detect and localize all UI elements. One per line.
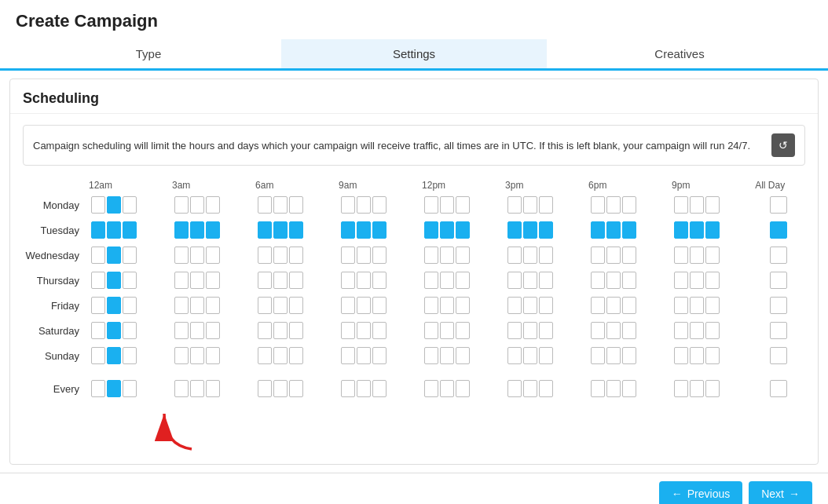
- time-cell-7-6-1[interactable]: [606, 380, 621, 397]
- time-cell-1-0-0[interactable]: [91, 221, 105, 239]
- all-day-cell-6[interactable]: [770, 347, 787, 364]
- time-cell-4-7-1[interactable]: [690, 297, 704, 314]
- time-cell-6-2-2[interactable]: [289, 347, 303, 364]
- time-cell-7-7-2[interactable]: [705, 380, 720, 397]
- time-cell-4-3-0[interactable]: [341, 297, 355, 314]
- time-cell-3-3-1[interactable]: [357, 272, 371, 289]
- time-cell-1-1-2[interactable]: [206, 221, 220, 239]
- next-button[interactable]: Next →: [749, 481, 812, 504]
- time-cell-0-5-2[interactable]: [539, 196, 553, 214]
- time-cell-0-3-1[interactable]: [357, 196, 371, 214]
- time-cell-1-3-1[interactable]: [357, 221, 371, 239]
- all-day-cell-2[interactable]: [770, 247, 787, 264]
- time-cell-5-6-1[interactable]: [606, 322, 621, 339]
- all-day-cell-0[interactable]: [770, 196, 787, 214]
- time-cell-5-4-2[interactable]: [456, 322, 470, 339]
- time-cell-2-2-0[interactable]: [258, 247, 272, 264]
- time-cell-6-2-0[interactable]: [258, 347, 272, 364]
- time-cell-3-3-0[interactable]: [341, 272, 355, 289]
- time-cell-6-2-1[interactable]: [273, 347, 288, 364]
- time-cell-0-2-0[interactable]: [258, 196, 272, 214]
- time-cell-6-6-1[interactable]: [606, 347, 621, 364]
- all-day-cell-1[interactable]: [770, 221, 787, 239]
- time-cell-2-5-1[interactable]: [523, 247, 537, 264]
- time-cell-7-4-0[interactable]: [424, 380, 438, 397]
- time-cell-3-0-1[interactable]: [107, 272, 121, 289]
- time-cell-4-1-0[interactable]: [174, 297, 189, 314]
- time-cell-1-7-2[interactable]: [705, 221, 720, 239]
- time-cell-5-1-2[interactable]: [206, 322, 220, 339]
- time-cell-0-1-2[interactable]: [206, 196, 220, 214]
- time-cell-7-0-0[interactable]: [91, 380, 105, 397]
- time-cell-6-5-2[interactable]: [539, 347, 553, 364]
- time-cell-2-1-0[interactable]: [174, 247, 189, 264]
- time-cell-6-0-2[interactable]: [123, 347, 137, 364]
- time-cell-0-5-1[interactable]: [523, 196, 537, 214]
- time-cell-0-7-2[interactable]: [705, 196, 720, 214]
- time-cell-0-4-2[interactable]: [456, 196, 470, 214]
- time-cell-2-3-2[interactable]: [372, 247, 387, 264]
- time-cell-1-0-2[interactable]: [123, 221, 137, 239]
- time-cell-7-4-2[interactable]: [456, 380, 470, 397]
- time-cell-2-3-1[interactable]: [357, 247, 371, 264]
- time-cell-2-7-1[interactable]: [690, 247, 704, 264]
- time-cell-2-0-0[interactable]: [91, 247, 105, 264]
- time-cell-1-7-1[interactable]: [690, 221, 704, 239]
- time-cell-2-6-0[interactable]: [591, 247, 605, 264]
- time-cell-2-7-2[interactable]: [705, 247, 720, 264]
- time-cell-0-5-0[interactable]: [507, 196, 522, 214]
- time-cell-1-1-0[interactable]: [174, 221, 189, 239]
- time-cell-4-0-1[interactable]: [107, 297, 121, 314]
- time-cell-0-2-2[interactable]: [289, 196, 303, 214]
- time-cell-5-0-1[interactable]: [107, 322, 121, 339]
- time-cell-1-7-0[interactable]: [674, 221, 688, 239]
- time-cell-7-4-1[interactable]: [440, 380, 454, 397]
- time-cell-4-7-0[interactable]: [674, 297, 688, 314]
- time-cell-5-4-1[interactable]: [440, 322, 454, 339]
- time-cell-0-7-1[interactable]: [690, 196, 704, 214]
- time-cell-7-5-1[interactable]: [523, 380, 537, 397]
- time-cell-4-4-2[interactable]: [456, 297, 470, 314]
- time-cell-4-1-2[interactable]: [206, 297, 220, 314]
- time-cell-2-6-1[interactable]: [606, 247, 621, 264]
- time-cell-1-0-1[interactable]: [107, 221, 121, 239]
- time-cell-1-5-1[interactable]: [523, 221, 537, 239]
- time-cell-2-1-1[interactable]: [190, 247, 204, 264]
- time-cell-0-0-2[interactable]: [123, 196, 137, 214]
- time-cell-0-0-1[interactable]: [107, 196, 121, 214]
- time-cell-6-5-0[interactable]: [507, 347, 522, 364]
- time-cell-2-4-2[interactable]: [456, 247, 470, 264]
- time-cell-1-2-1[interactable]: [273, 221, 288, 239]
- time-cell-3-5-0[interactable]: [507, 272, 522, 289]
- time-cell-1-5-0[interactable]: [507, 221, 522, 239]
- time-cell-7-5-0[interactable]: [507, 380, 522, 397]
- time-cell-6-7-1[interactable]: [690, 347, 704, 364]
- time-cell-0-6-2[interactable]: [622, 196, 636, 214]
- time-cell-3-2-2[interactable]: [289, 272, 303, 289]
- time-cell-1-6-1[interactable]: [606, 221, 621, 239]
- time-cell-2-3-0[interactable]: [341, 247, 355, 264]
- time-cell-1-4-0[interactable]: [424, 221, 438, 239]
- time-cell-1-4-2[interactable]: [456, 221, 470, 239]
- time-cell-5-5-2[interactable]: [539, 322, 553, 339]
- time-cell-6-0-0[interactable]: [91, 347, 105, 364]
- time-cell-2-0-1[interactable]: [107, 247, 121, 264]
- time-cell-3-6-0[interactable]: [591, 272, 605, 289]
- time-cell-0-1-0[interactable]: [174, 196, 189, 214]
- tab-creatives[interactable]: Creatives: [547, 39, 812, 68]
- time-cell-7-3-2[interactable]: [372, 380, 387, 397]
- time-cell-2-2-2[interactable]: [289, 247, 303, 264]
- time-cell-7-2-1[interactable]: [273, 380, 288, 397]
- time-cell-5-2-2[interactable]: [289, 322, 303, 339]
- time-cell-7-5-2[interactable]: [539, 380, 553, 397]
- time-cell-7-2-0[interactable]: [258, 380, 272, 397]
- all-day-cell-5[interactable]: [770, 322, 787, 339]
- time-cell-4-4-0[interactable]: [424, 297, 438, 314]
- time-cell-4-2-2[interactable]: [289, 297, 303, 314]
- time-cell-3-3-2[interactable]: [372, 272, 387, 289]
- time-cell-3-4-2[interactable]: [456, 272, 470, 289]
- time-cell-4-2-0[interactable]: [258, 297, 272, 314]
- time-cell-3-4-0[interactable]: [424, 272, 438, 289]
- time-cell-5-6-2[interactable]: [622, 322, 636, 339]
- time-cell-0-3-2[interactable]: [372, 196, 387, 214]
